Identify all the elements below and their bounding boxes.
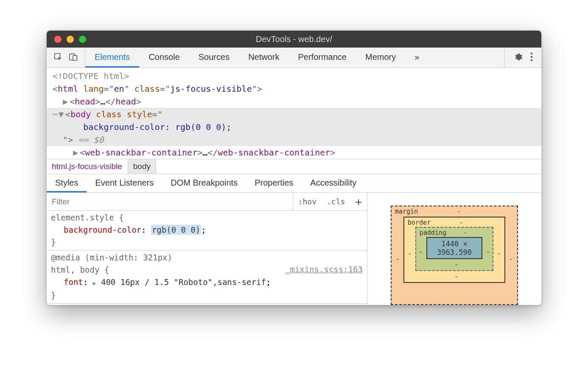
rule-element-style[interactable]: element.style { background-color: rgb(0 … [47,211,367,251]
dom-head[interactable]: ▶<head>…</head> [47,95,541,108]
sidebar-tabs: Styles Event Listeners DOM Breakpoints P… [47,174,541,193]
source-link[interactable]: _mixins.scss:163 [285,263,363,276]
toolbar-right [504,48,541,68]
titlebar: DevTools - web.dev/ [47,31,541,48]
subtab-styles[interactable]: Styles [47,174,87,192]
gear-icon[interactable] [513,52,523,63]
cls-button[interactable]: .cls [322,193,350,210]
dom-html[interactable]: <html lang="en" class="js-focus-visible"… [47,82,541,95]
inspect-icon[interactable] [53,52,63,63]
subtab-dom-breakpoints[interactable]: DOM Breakpoints [162,174,246,192]
tab-sources[interactable]: Sources [189,48,239,68]
dom-body-selected[interactable]: ⋯▼<body class style=" background-color: … [47,108,541,146]
zoom-icon[interactable] [79,36,86,43]
style-rules: element.style { background-color: rgb(0 … [47,211,367,304]
box-model-border[interactable]: border - - - - padding - - - - 1440 × 39… [403,217,505,283]
breadcrumb: html.js-focus-visible body [47,159,541,174]
tabs-overflow[interactable]: » [405,48,428,68]
filter-row: :hov .cls + [47,193,367,211]
traffic-lights [54,36,86,43]
styles-pane: :hov .cls + element.style { background-c… [47,193,367,305]
svg-rect-2 [73,55,77,60]
box-model-content[interactable]: 1440 × 3963.590 [426,237,482,259]
subtab-accessibility[interactable]: Accessibility [302,174,365,192]
close-icon[interactable] [54,36,62,43]
tab-console[interactable]: Console [139,48,189,68]
box-model-margin[interactable]: margin - - - border - - - - padding - - … [391,206,518,305]
window-title: DevTools - web.dev/ [256,34,332,44]
new-rule-button[interactable]: + [350,193,367,210]
tab-memory[interactable]: Memory [356,48,405,68]
svg-point-4 [531,56,532,57]
lower-pane: :hov .cls + element.style { background-c… [47,193,541,305]
crumb-html[interactable]: html.js-focus-visible [47,159,128,174]
filter-input[interactable] [47,197,293,206]
device-icon[interactable] [69,52,78,63]
tab-elements[interactable]: Elements [85,48,139,68]
dom-tree[interactable]: <!DOCTYPE html> <html lang="en" class="j… [47,68,541,159]
svg-point-3 [531,52,532,54]
hov-button[interactable]: :hov [293,193,322,210]
dom-doctype: <!DOCTYPE html> [47,70,541,82]
dom-snackbar[interactable]: ▶<web-snackbar-container>…</web-snackbar… [47,146,541,159]
subtab-event-listeners[interactable]: Event Listeners [87,174,162,192]
minimize-icon[interactable] [67,36,74,43]
box-model-padding[interactable]: padding - - - - 1440 × 3963.590 [415,227,493,271]
toolbar-icons [47,48,85,68]
tab-performance[interactable]: Performance [289,48,356,68]
kebab-icon[interactable] [530,52,533,63]
devtools-window: DevTools - web.dev/ Elements Console Sou… [47,31,541,305]
svg-point-5 [531,59,532,61]
crumb-body[interactable]: body [128,159,156,174]
tab-network[interactable]: Network [239,48,288,68]
panel-tabs: Elements Console Sources Network Perform… [85,48,428,68]
rule-media[interactable]: @media (min-width: 321px) html, body { _… [47,251,367,304]
main-toolbar: Elements Console Sources Network Perform… [47,48,541,68]
subtab-properties[interactable]: Properties [246,174,302,192]
box-model-pane: margin - - - border - - - - padding - - … [367,193,541,305]
